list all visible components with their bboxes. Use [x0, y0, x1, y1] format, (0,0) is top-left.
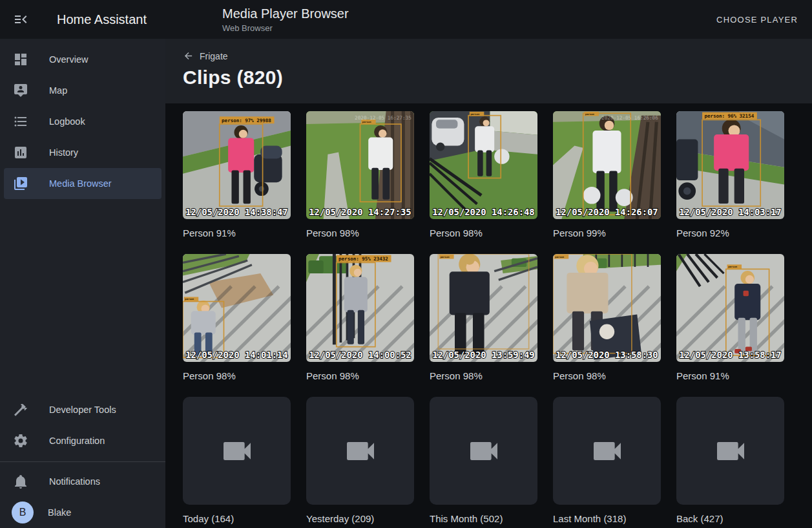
- clip-thumbnail: person12/05/2020 13:59:49: [430, 254, 537, 362]
- svg-text:12/05/2020 14:26:48: 12/05/2020 14:26:48: [432, 207, 535, 217]
- svg-text:person: person: [362, 120, 371, 123]
- video-camera-icon: [466, 433, 502, 469]
- clip-caption: Person 91%: [183, 227, 291, 240]
- clips-grid: person: 97% 2998812/05/2020 14:38:47 Per…: [183, 111, 812, 525]
- folder-item[interactable]: This Month (502): [430, 397, 537, 525]
- clip-caption: Person 92%: [676, 227, 784, 240]
- clip-item[interactable]: person: 95% 2343212/05/2020 14:00:52 Per…: [306, 254, 414, 383]
- sidebar-item-logbook[interactable]: Logbook: [4, 106, 161, 137]
- clip-thumbnail: person2020-12-05 16:26:0612/05/2020 14:2…: [553, 111, 661, 219]
- sidebar-item-overview[interactable]: Overview: [4, 44, 161, 75]
- top-app-bar: Home Assistant Media Player Browser Web …: [0, 0, 812, 39]
- sidebar-item-media-browser[interactable]: Media Browser: [4, 168, 161, 199]
- folder-caption: Last Month (318): [553, 512, 661, 525]
- clip-caption: Person 98%: [183, 370, 291, 383]
- dashboard-icon: [13, 52, 28, 67]
- svg-text:person: person: [470, 112, 479, 116]
- sidebar-divider: [0, 461, 165, 462]
- folder-card: [183, 397, 291, 505]
- clip-caption: Person 98%: [306, 370, 414, 383]
- video-camera-icon: [589, 433, 625, 469]
- video-camera-icon: [713, 433, 749, 469]
- sidebar-item-history[interactable]: History: [4, 137, 161, 168]
- clip-item[interactable]: person2020-12-05 16:27:3512/05/2020 14:2…: [306, 111, 414, 240]
- svg-text:person: 95% 23432: person: 95% 23432: [338, 256, 388, 262]
- sidebar: Overview Map Logbook History Media Brows…: [0, 39, 165, 528]
- svg-text:person: person: [585, 112, 594, 116]
- menu-open-icon[interactable]: [13, 12, 28, 27]
- folder-card: [553, 397, 661, 505]
- folder-item[interactable]: Yesterday (209): [306, 397, 414, 525]
- breadcrumb-back[interactable]: Frigate: [183, 50, 228, 61]
- clip-thumbnail: person2020-12-05 16:27:3512/05/2020 14:2…: [306, 111, 414, 219]
- clip-caption: Person 98%: [430, 227, 537, 240]
- clip-caption: Person 98%: [553, 370, 661, 383]
- clip-thumbnail: person: 97% 2998812/05/2020 14:38:47: [183, 111, 291, 219]
- clip-item[interactable]: person12/05/2020 13:58:30 Person 98%: [553, 254, 661, 383]
- svg-text:person: 96% 32154: person: 96% 32154: [704, 113, 754, 119]
- svg-text:12/05/2020 13:58:17: 12/05/2020 13:58:17: [679, 350, 782, 360]
- folder-card: [676, 397, 784, 505]
- clip-thumbnail: person12/05/2020 14:26:48: [430, 111, 537, 219]
- clip-item[interactable]: person12/05/2020 13:58:17 Person 91%: [676, 254, 784, 383]
- main-content: Frigate Clips (820) person: 97% 2998812/…: [165, 39, 812, 528]
- svg-text:12/05/2020 14:03:17: 12/05/2020 14:03:17: [679, 207, 782, 217]
- page-head: Frigate Clips (820): [165, 39, 812, 103]
- svg-text:person: person: [728, 265, 737, 268]
- clip-thumbnail: person12/05/2020 14:01:14: [183, 254, 291, 362]
- page-title: Clips (820): [183, 67, 812, 89]
- svg-text:12/05/2020 14:26:07: 12/05/2020 14:26:07: [556, 207, 658, 217]
- sidebar-item-profile[interactable]: B Blake: [4, 497, 161, 528]
- list-icon: [13, 114, 28, 129]
- play-box-icon: [13, 176, 28, 191]
- clip-item[interactable]: person2020-12-05 16:26:0612/05/2020 14:2…: [553, 111, 661, 240]
- clip-caption: Person 99%: [553, 227, 661, 240]
- sidebar-item-map[interactable]: Map: [4, 75, 161, 106]
- sidebar-main-list: Overview Map Logbook History Media Brows…: [0, 44, 165, 199]
- account-tooltip-icon: [13, 83, 28, 98]
- page-header-title: Media Player Browser: [222, 6, 716, 21]
- clip-item[interactable]: person12/05/2020 14:26:48 Person 98%: [430, 111, 537, 240]
- clip-thumbnail: person: 96% 3215412/05/2020 14:03:17: [676, 111, 784, 219]
- clip-item[interactable]: person12/05/2020 14:01:14 Person 98%: [183, 254, 291, 383]
- app-shell: Overview Map Logbook History Media Brows…: [0, 39, 812, 528]
- folder-caption: Today (164): [183, 512, 291, 525]
- folder-card: [306, 397, 414, 505]
- bell-icon: [13, 474, 28, 489]
- clips-content: person: 97% 2998812/05/2020 14:38:47 Per…: [165, 103, 812, 528]
- hammer-icon: [13, 402, 28, 417]
- app-title: Home Assistant: [57, 12, 147, 27]
- avatar: B: [12, 502, 34, 523]
- sidebar-item-developer-tools[interactable]: Developer Tools: [4, 394, 161, 425]
- sidebar-spacer: [0, 199, 165, 394]
- sidebar-bottom-list: Notifications B Blake: [0, 466, 165, 528]
- folder-caption: Back (427): [676, 512, 784, 525]
- folder-item[interactable]: Back (427): [676, 397, 784, 525]
- video-camera-icon: [219, 433, 255, 469]
- clip-thumbnail: person: 95% 2343212/05/2020 14:00:52: [306, 254, 414, 362]
- sidebar-item-configuration[interactable]: Configuration: [4, 425, 161, 456]
- sidebar-item-notifications[interactable]: Notifications: [4, 466, 161, 497]
- choose-player-button[interactable]: CHOOSE PLAYER: [716, 15, 798, 25]
- gear-icon: [13, 433, 28, 449]
- svg-text:person: person: [441, 255, 450, 259]
- folder-card: [430, 397, 537, 505]
- folder-caption: Yesterday (209): [306, 512, 414, 525]
- clip-item[interactable]: person: 96% 3215412/05/2020 14:03:17 Per…: [676, 111, 784, 240]
- clip-item[interactable]: person12/05/2020 13:59:49 Person 98%: [430, 254, 537, 383]
- clip-caption: Person 91%: [676, 370, 784, 383]
- page-header-subtitle: Web Browser: [222, 23, 716, 33]
- video-camera-icon: [342, 433, 379, 469]
- sidebar-tools-list: Developer Tools Configuration: [0, 394, 165, 456]
- back-arrow-icon: [183, 50, 194, 61]
- svg-text:2020-12-05 16:26:06: 2020-12-05 16:26:06: [601, 115, 658, 121]
- svg-text:12/05/2020 13:58:30: 12/05/2020 13:58:30: [556, 350, 658, 360]
- svg-text:person: person: [185, 297, 194, 301]
- topbar-left: Home Assistant: [0, 12, 222, 27]
- svg-text:2020-12-05 16:27:35: 2020-12-05 16:27:35: [355, 115, 411, 121]
- folder-item[interactable]: Last Month (318): [553, 397, 661, 525]
- clip-caption: Person 98%: [306, 227, 414, 240]
- clip-item[interactable]: person: 97% 2998812/05/2020 14:38:47 Per…: [183, 111, 291, 240]
- chart-icon: [13, 145, 28, 160]
- folder-item[interactable]: Today (164): [183, 397, 291, 525]
